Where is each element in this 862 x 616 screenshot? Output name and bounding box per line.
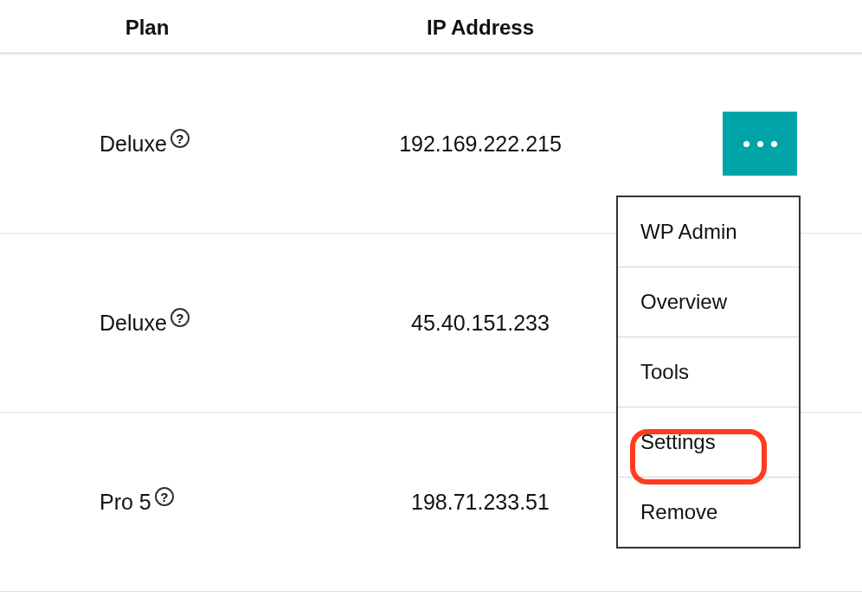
help-icon[interactable]: ? (170, 129, 190, 148)
table-header: Plan IP Address (0, 0, 862, 55)
ip-cell: 45.40.151.233 (294, 311, 666, 336)
menu-item-settings[interactable]: Settings (618, 407, 799, 478)
column-header-ip: IP Address (294, 16, 666, 40)
menu-item-remove[interactable]: Remove (618, 478, 799, 547)
dot-icon (757, 141, 763, 147)
column-header-actions (666, 16, 862, 40)
plan-cell: Deluxe ? (0, 311, 294, 336)
ip-cell: 192.169.222.215 (294, 132, 666, 157)
dot-icon (743, 141, 749, 147)
actions-cell (666, 112, 862, 176)
column-header-plan: Plan (0, 16, 294, 40)
help-icon[interactable]: ? (155, 487, 174, 506)
menu-item-tools[interactable]: Tools (618, 337, 799, 407)
actions-dropdown: WP Admin Overview Tools Settings Remove (616, 196, 801, 549)
plan-label: Deluxe (100, 311, 167, 336)
plan-label: Deluxe (100, 132, 167, 157)
plan-cell: Pro 5 ? (0, 490, 294, 515)
ip-cell: 198.71.233.51 (294, 490, 666, 515)
dot-icon (771, 141, 777, 147)
help-icon[interactable]: ? (170, 308, 190, 327)
menu-item-wp-admin[interactable]: WP Admin (618, 197, 799, 267)
more-actions-button[interactable] (723, 112, 797, 176)
plan-label: Pro 5 (100, 490, 151, 515)
menu-item-overview[interactable]: Overview (618, 267, 799, 337)
plan-cell: Deluxe ? (0, 132, 294, 157)
